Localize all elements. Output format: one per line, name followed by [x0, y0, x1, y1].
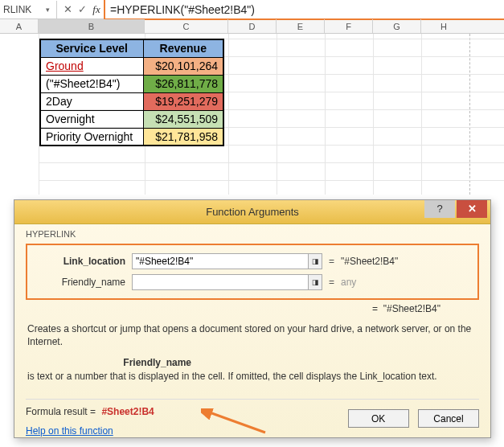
- cell-revenue[interactable]: $26,811,778: [143, 75, 223, 92]
- arg-input-wrap: [132, 253, 309, 269]
- gridline: [325, 34, 326, 195]
- col-header-F[interactable]: F: [325, 19, 373, 33]
- cell-service[interactable]: ("#Sheet2!B4"): [40, 75, 143, 92]
- chevron-down-icon[interactable]: ▾: [46, 6, 50, 14]
- cell-service[interactable]: 2Day: [40, 92, 143, 110]
- enter-formula-button[interactable]: ✓: [75, 3, 89, 15]
- arg-description: Friendly_name is text or a number that i…: [27, 356, 477, 382]
- gridline: [228, 34, 229, 195]
- arg-desc-label: Friendly_name: [27, 356, 196, 369]
- table-row: 2Day $19,251,279: [40, 92, 223, 110]
- header-service-level[interactable]: Service Level: [40, 39, 143, 57]
- cancel-button[interactable]: Cancel: [418, 409, 479, 428]
- arguments-box: Link_location ◨ = "#Sheet2!B4" Friendly_…: [26, 244, 479, 300]
- cell-service[interactable]: Ground: [40, 57, 143, 75]
- function-arguments-dialog: Function Arguments ? ✕ HYPERLINK Link_lo…: [14, 199, 491, 438]
- result-preview-row: = "#Sheet2!B4": [26, 300, 479, 314]
- dialog-close-button[interactable]: ✕: [457, 200, 487, 218]
- col-header-E[interactable]: E: [277, 19, 325, 33]
- cancel-formula-button[interactable]: ✕: [60, 3, 75, 15]
- data-table: Service Level Revenue Ground $20,101,264…: [39, 39, 224, 146]
- gridline-dashed: [469, 34, 470, 195]
- name-box-value: RLINK: [3, 4, 31, 15]
- col-header-D[interactable]: D: [228, 19, 277, 33]
- dialog-help-button[interactable]: ?: [424, 200, 455, 218]
- col-header-B[interactable]: B: [39, 19, 145, 33]
- table-row: Overnight $24,551,509: [40, 110, 223, 128]
- result-preview: "#Sheet2!B4": [383, 303, 440, 314]
- arg-input-wrap: [132, 274, 309, 290]
- equals-sign: =: [329, 256, 334, 267]
- separator: [56, 1, 57, 18]
- formula-bar: RLINK ▾ ✕ ✓ fx: [0, 0, 504, 19]
- dialog-title: Function Arguments: [206, 206, 299, 218]
- col-header-G[interactable]: G: [373, 19, 421, 33]
- formula-input[interactable]: [105, 0, 504, 18]
- fx-button[interactable]: fx: [89, 3, 104, 16]
- cell-service[interactable]: Overnight: [40, 110, 143, 128]
- dialog-body: HYPERLINK Link_location ◨ = "#Sheet2!B4"…: [14, 224, 490, 445]
- arg-result: any: [341, 277, 356, 288]
- name-box[interactable]: RLINK ▾: [0, 4, 53, 15]
- gridline: [39, 162, 504, 163]
- table-header-row: Service Level Revenue: [40, 39, 223, 57]
- arg-label: Friendly_name: [35, 277, 132, 288]
- grid: Service Level Revenue Ground $20,101,264…: [0, 34, 504, 195]
- dialog-buttons: OK Cancel: [342, 409, 479, 428]
- help-on-function-link[interactable]: Help on this function: [26, 425, 113, 437]
- cell-revenue[interactable]: $20,101,264: [143, 57, 223, 75]
- col-header-H[interactable]: H: [421, 19, 466, 33]
- arg-label: Link_location: [35, 256, 132, 267]
- cell-revenue[interactable]: $24,551,509: [143, 110, 223, 128]
- table-row: ("#Sheet2!B4") $26,811,778: [40, 75, 223, 92]
- column-header-row: A B C D E F G H: [0, 19, 504, 34]
- formula-result-value: #Sheet2!B4: [101, 406, 154, 417]
- arg-result: "#Sheet2!B4": [341, 256, 398, 267]
- cell-service[interactable]: Priority Overnight: [40, 128, 143, 146]
- function-name: HYPERLINK: [26, 229, 479, 239]
- arg-row: Friendly_name ◨ = any: [35, 273, 469, 292]
- gridline: [421, 34, 422, 195]
- formula-result-label: Formula result =: [26, 406, 98, 417]
- ok-button[interactable]: OK: [348, 409, 409, 428]
- header-revenue[interactable]: Revenue: [143, 39, 223, 57]
- separator: [26, 399, 479, 400]
- gridline: [277, 34, 277, 195]
- range-selector-icon[interactable]: ◨: [308, 274, 322, 290]
- arg-row: Link_location ◨ = "#Sheet2!B4": [35, 252, 469, 271]
- friendly-name-input[interactable]: [136, 277, 305, 288]
- equals-sign: =: [329, 277, 334, 288]
- range-selector-icon[interactable]: ◨: [308, 253, 322, 269]
- cell-revenue[interactable]: $21,781,958: [143, 128, 223, 146]
- table-row: Ground $20,101,264: [40, 57, 223, 75]
- dialog-title-bar[interactable]: Function Arguments ? ✕: [14, 200, 490, 224]
- col-header-A[interactable]: A: [0, 19, 39, 33]
- link-location-input[interactable]: [136, 256, 305, 267]
- col-header-C[interactable]: C: [145, 19, 228, 33]
- gridline: [39, 180, 504, 181]
- cell-revenue[interactable]: $19,251,279: [143, 92, 223, 110]
- function-description: Creates a shortcut or jump that opens a …: [27, 322, 477, 348]
- gridline: [373, 34, 374, 195]
- arg-desc-text: is text or a number that is displayed in…: [27, 370, 477, 383]
- table-row: Priority Overnight $21,781,958: [40, 128, 223, 146]
